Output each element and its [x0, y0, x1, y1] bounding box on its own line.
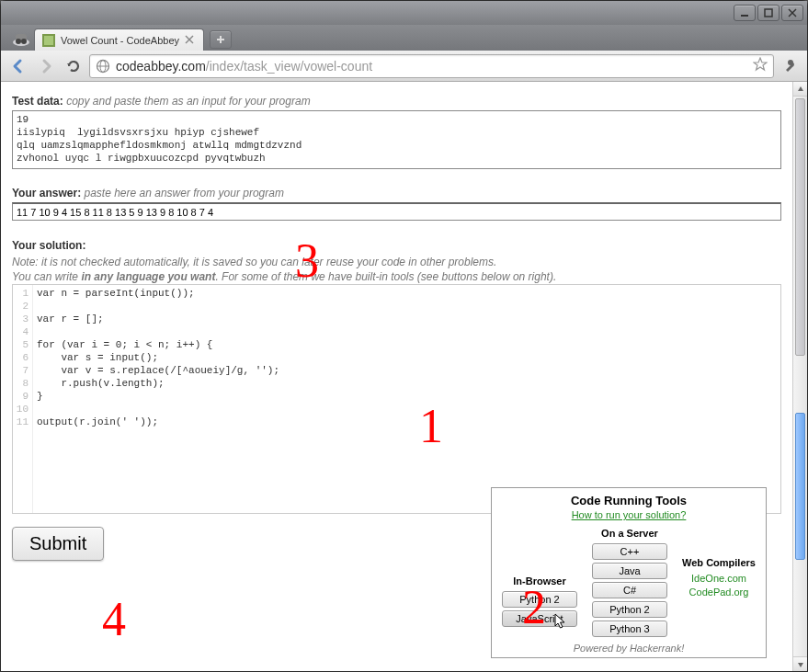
scroll-down-icon[interactable] — [793, 656, 807, 671]
address-bar[interactable]: codeabbey.com/index/task_view/vowel-coun… — [89, 54, 774, 78]
run-python2-server-button[interactable]: Python 2 — [592, 601, 667, 618]
tab-title: Vowel Count - CodeAbbey — [61, 35, 179, 46]
url-host: codeabbey.com — [116, 59, 206, 74]
test-data-textarea[interactable] — [12, 110, 781, 169]
maximize-button[interactable] — [757, 5, 780, 21]
powered-by: Powered by Hackerrank! — [499, 643, 758, 654]
code-area[interactable]: var n = parseInt(input()); var r = []; f… — [33, 285, 780, 513]
test-data-label: Test data: — [12, 95, 63, 108]
scroll-thumb-highlight[interactable] — [795, 413, 805, 560]
web-compilers-heading: Web Compilers — [682, 557, 756, 568]
tab-strip: Vowel Count - CodeAbbey — [1, 25, 807, 51]
scroll-up-icon[interactable] — [793, 82, 807, 97]
test-data-hint: copy and paste them as an input for your… — [66, 95, 310, 108]
svg-point-6 — [16, 39, 21, 44]
url-path: /index/task_view/vowel-count — [206, 59, 372, 74]
answer-input[interactable] — [12, 202, 781, 221]
run-cpp-server-button[interactable]: C++ — [592, 543, 667, 560]
run-java-server-button[interactable]: Java — [592, 563, 667, 579]
window-titlebar — [1, 1, 807, 25]
browser-tab[interactable]: Vowel Count - CodeAbbey — [34, 28, 204, 51]
close-button[interactable] — [781, 5, 803, 21]
browser-toolbar: codeabbey.com/index/task_view/vowel-coun… — [1, 51, 807, 82]
globe-icon — [96, 59, 110, 74]
run-csharp-server-button[interactable]: C# — [592, 582, 667, 598]
tab-close-icon[interactable] — [185, 35, 196, 46]
svg-rect-1 — [765, 9, 772, 17]
codepad-link[interactable]: CodePad.org — [689, 587, 749, 598]
on-server-heading: On a Server — [601, 528, 658, 539]
new-tab-button[interactable] — [210, 30, 232, 49]
annotation-4: 4 — [102, 592, 126, 646]
back-button[interactable] — [6, 54, 30, 78]
answer-label: Your answer: — [12, 187, 81, 199]
svg-point-7 — [21, 39, 27, 44]
bookmark-star-icon[interactable] — [753, 57, 768, 74]
tools-title: Code Running Tools — [499, 494, 758, 507]
solution-label: Your solution: — [12, 239, 85, 252]
wrench-menu-button[interactable] — [778, 54, 802, 78]
code-running-tools-panel: Code Running Tools How to run your solut… — [491, 487, 767, 658]
in-browser-heading: In-Browser — [513, 575, 565, 587]
ideone-link[interactable]: IdeOne.com — [691, 573, 746, 584]
run-python3-server-button[interactable]: Python 3 — [592, 621, 667, 637]
howto-link[interactable]: How to run your solution? — [499, 509, 758, 520]
page-viewport: Test data: copy and paste them as an inp… — [1, 82, 807, 671]
run-javascript-browser-button[interactable]: JavaScript — [502, 610, 577, 627]
code-gutter: 1 2 3 4 5 6 7 8 9 10 11 — [13, 285, 33, 513]
run-python2-browser-button[interactable]: Python 2 — [502, 591, 577, 608]
minimize-button[interactable] — [734, 5, 756, 21]
code-editor[interactable]: 1 2 3 4 5 6 7 8 9 10 11 var n = parseInt… — [12, 284, 781, 514]
reload-button[interactable] — [62, 54, 85, 78]
forward-button[interactable] — [34, 54, 58, 78]
solution-note-1: Note: it is not checked automatically, i… — [12, 255, 781, 269]
svg-rect-9 — [44, 36, 53, 45]
favicon-icon — [42, 34, 55, 47]
scroll-thumb[interactable] — [795, 98, 805, 356]
vertical-scrollbar[interactable] — [792, 82, 807, 671]
solution-note-2: You can write in any language you want. … — [12, 269, 781, 284]
submit-button[interactable]: Submit — [12, 527, 104, 561]
answer-hint: paste here an answer from your program — [84, 187, 283, 199]
incognito-icon — [8, 28, 34, 51]
